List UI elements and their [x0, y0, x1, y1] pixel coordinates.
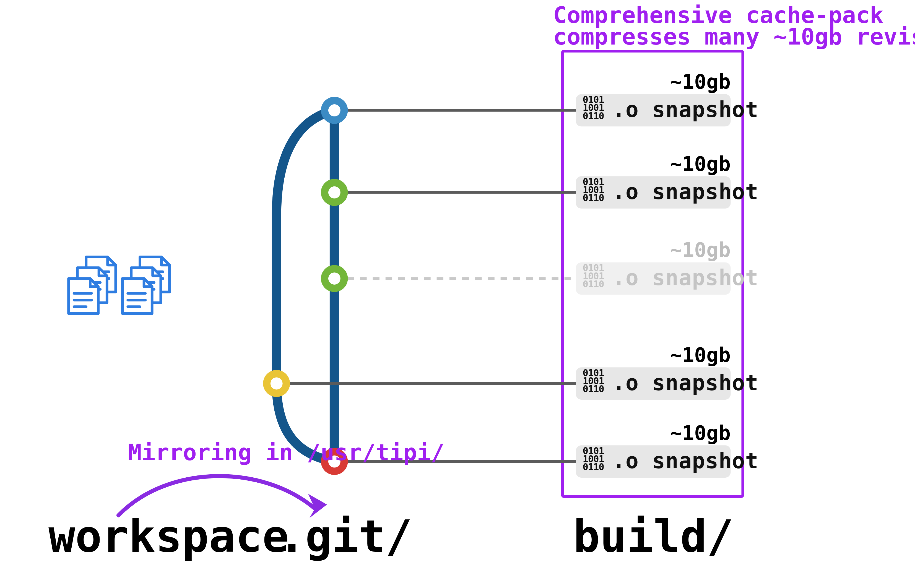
- snapshot-box-4: ~10gb 0101 1001 0110 .o snapshot: [576, 343, 758, 400]
- svg-point-10: [328, 272, 341, 284]
- workspace-files-icon: [69, 257, 170, 313]
- binary-icon: 0101 1001 0110: [582, 176, 604, 203]
- snapshot-box-1: ~10gb 0101 1001 0110 .o snapshot: [576, 70, 758, 126]
- snapshot-label-5: .o snapshot: [612, 448, 758, 473]
- snapshot-size-5: ~10gb: [670, 421, 731, 445]
- connector-lines: [276, 110, 576, 462]
- binary-icon: 0101 1001 0110: [582, 94, 604, 121]
- git-label: .git/: [278, 510, 412, 562]
- snapshot-label-3: .o snapshot: [612, 265, 758, 290]
- svg-text:0110: 0110: [582, 461, 604, 472]
- snapshot-box-5: ~10gb 0101 1001 0110 .o snapshot: [576, 421, 758, 478]
- svg-point-6: [328, 104, 341, 116]
- snapshot-size-1: ~10gb: [670, 70, 731, 94]
- binary-icon-ghost: 0101 1001 0110: [582, 262, 604, 289]
- svg-point-12: [270, 378, 283, 390]
- snapshot-box-2: ~10gb 0101 1001 0110 .o snapshot: [576, 152, 758, 208]
- svg-text:0110: 0110: [582, 192, 604, 203]
- binary-icon: 0101 1001 0110: [582, 367, 604, 394]
- snapshot-size-4: ~10gb: [670, 343, 731, 367]
- cache-pack-caption-line-2: compresses many ~10gb revisions to ~100m…: [553, 23, 915, 50]
- svg-text:0110: 0110: [582, 383, 604, 394]
- snapshot-label-1: .o snapshot: [612, 97, 758, 122]
- build-label: build/: [573, 510, 734, 562]
- binary-icon: 0101 1001 0110: [582, 445, 604, 472]
- snapshot-size-3: ~10gb: [670, 238, 731, 262]
- mirroring-arrow: Mirroring in /usr/tipi/: [118, 439, 445, 518]
- snapshot-box-3-ghost: ~10gb 0101 1001 0110 .o snapshot: [576, 238, 758, 294]
- svg-text:0110: 0110: [582, 278, 604, 289]
- svg-text:0110: 0110: [582, 110, 604, 121]
- mirroring-label: Mirroring in /usr/tipi/: [128, 439, 445, 466]
- snapshot-size-2: ~10gb: [670, 152, 731, 176]
- svg-point-8: [328, 186, 341, 199]
- snapshot-label-4: .o snapshot: [612, 370, 758, 395]
- snapshot-label-2: .o snapshot: [612, 179, 758, 204]
- workspace-label: workspace: [48, 510, 289, 562]
